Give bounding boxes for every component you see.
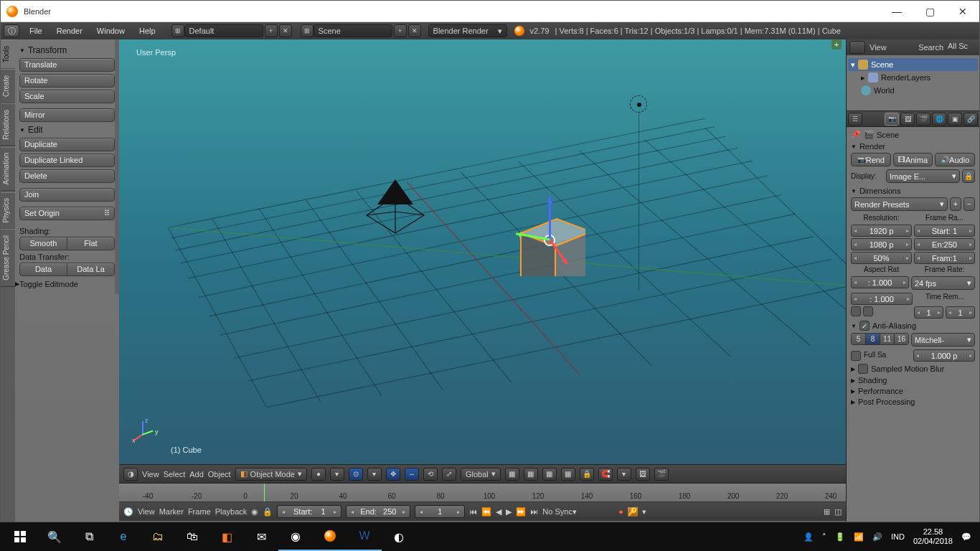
aa-size-field[interactable]: ◂1.000 p▸ xyxy=(913,349,975,362)
aa-checkbox[interactable]: ✓ xyxy=(859,321,870,331)
new-map-field[interactable]: ◂1▸ xyxy=(946,306,975,319)
aspect-x-field[interactable]: ◂: 1.000▸ xyxy=(851,276,909,288)
scale-button[interactable]: Scale xyxy=(19,90,115,103)
del-screen-button[interactable]: ✕ xyxy=(279,24,292,37)
scene-field[interactable]: Scene xyxy=(314,24,392,37)
duplicate-linked-button[interactable]: Duplicate Linked xyxy=(19,154,115,167)
panel-render[interactable]: Render xyxy=(851,142,975,151)
editor-type-icon[interactable]: ◑ xyxy=(123,468,138,481)
delete-button[interactable]: Delete xyxy=(19,169,115,183)
display-dropdown[interactable]: Image E...▾ xyxy=(886,169,960,183)
tray-up-icon[interactable]: ˄ xyxy=(822,532,826,542)
orientation-dropdown[interactable]: Global▾ xyxy=(461,468,501,481)
timeline-ruler[interactable]: -40-200204060801001201401601802002202402… xyxy=(119,484,846,502)
tab-physics[interactable]: Physics xyxy=(1,192,15,229)
edge-icon[interactable]: e xyxy=(106,522,141,551)
menu-help[interactable]: Help xyxy=(132,27,163,35)
playhead[interactable] xyxy=(264,484,265,501)
render-button[interactable]: 📷Rend xyxy=(851,153,891,166)
explorer-icon[interactable]: 🗂 xyxy=(141,522,175,551)
rotate-button[interactable]: Rotate xyxy=(19,74,115,88)
end-frame-field[interactable]: ◂End: 250▸ xyxy=(346,505,410,518)
play-icon[interactable]: ▶ xyxy=(506,507,512,517)
tl-view[interactable]: View xyxy=(138,507,155,516)
panel-edit[interactable]: Edit xyxy=(19,125,115,135)
tl-rec1[interactable]: ◉ xyxy=(251,507,258,517)
object-menu[interactable]: Object xyxy=(208,470,231,479)
menu-file[interactable]: File xyxy=(22,27,50,35)
mode-dropdown[interactable]: ◧Object Mode▾ xyxy=(235,468,307,481)
aa-filter-dropdown[interactable]: Mitchell-▾ xyxy=(911,333,975,347)
lock-interface-icon[interactable]: 🔒 xyxy=(962,169,975,183)
chrome-icon[interactable]: ◉ xyxy=(278,522,313,551)
blender-taskbar-icon[interactable] xyxy=(313,522,347,551)
panel-dimensions[interactable]: Dimensions xyxy=(851,187,975,195)
frame-start-field[interactable]: ◂Start: 1▸ xyxy=(914,225,975,237)
timeline-editor-icon[interactable]: 🕓 xyxy=(123,507,133,517)
aa-samples-segment[interactable]: 581116 xyxy=(851,333,909,345)
panel-transform[interactable]: Transform xyxy=(19,45,115,55)
add-scene-button[interactable]: + xyxy=(394,24,407,37)
view-menu[interactable]: View xyxy=(142,470,159,479)
search-icon[interactable]: 🔍 xyxy=(37,522,72,551)
menu-render[interactable]: Render xyxy=(50,27,90,35)
animation-button[interactable]: 🎞Anima xyxy=(893,153,933,166)
render-anim-icon[interactable]: 🎬 xyxy=(654,468,669,481)
manip-translate-icon[interactable]: ↔ xyxy=(405,468,419,481)
snap-icon[interactable]: 🧲 xyxy=(598,468,613,481)
render-preview-icon[interactable]: 🖼 xyxy=(636,468,650,481)
panel-toggle-editmode[interactable]: ▶ Toggle Editmode xyxy=(15,279,115,288)
transform-gizmo[interactable] xyxy=(544,235,555,246)
shading-solid-icon[interactable]: ● xyxy=(311,468,326,481)
minimize-button[interactable]: — xyxy=(880,1,913,22)
tab-tools[interactable]: Tools xyxy=(1,39,15,69)
menu-window[interactable]: Window xyxy=(90,27,132,35)
add-screen-button[interactable]: + xyxy=(265,24,278,37)
scene-browse-icon[interactable]: ⊞ xyxy=(301,24,314,37)
shading-more-icon[interactable]: ▾ xyxy=(330,468,344,481)
old-map-field[interactable]: ◂1▸ xyxy=(914,306,943,319)
tab-animation[interactable]: Animation xyxy=(1,146,15,191)
add-menu[interactable]: Add xyxy=(189,470,204,479)
render-engine-dropdown[interactable]: Blender Render▾ xyxy=(428,24,507,37)
fps-dropdown[interactable]: 24 fps▾ xyxy=(911,276,975,290)
ctx-object-tab[interactable]: ▣ xyxy=(948,113,962,126)
fullsample-checkbox[interactable] xyxy=(851,351,861,361)
jump-start-icon[interactable]: ⏮ xyxy=(469,507,477,516)
store-icon[interactable]: 🛍 xyxy=(175,522,209,551)
layers-2[interactable]: ▦ xyxy=(524,468,538,481)
xampp-icon[interactable]: ◧ xyxy=(209,522,244,551)
res-pct-field[interactable]: ◂50%▸ xyxy=(851,252,912,264)
tab-grease-pencil[interactable]: Grease Pencil xyxy=(1,229,15,287)
res-x-field[interactable]: ◂1920 p▸ xyxy=(851,225,912,237)
panel-shading[interactable]: Shading xyxy=(851,376,975,385)
close-button[interactable]: ✕ xyxy=(946,1,979,22)
jump-end-icon[interactable]: ⏭ xyxy=(530,507,538,516)
data-transfer-buttons[interactable]: DataData La xyxy=(19,263,115,276)
frame-end-field[interactable]: ◂En:250▸ xyxy=(914,238,975,250)
maximize-button[interactable]: ▢ xyxy=(913,1,946,22)
smb-checkbox[interactable] xyxy=(858,364,868,374)
preset-del-button[interactable]: − xyxy=(963,197,975,211)
pivot-icon[interactable]: ⊙ xyxy=(349,468,363,481)
pin-icon[interactable]: 📌 xyxy=(851,130,861,139)
layers-3[interactable]: ▦ xyxy=(542,468,557,481)
screen-layout-field[interactable]: Default xyxy=(184,24,263,37)
keying-more-icon[interactable]: ▾ xyxy=(642,507,646,517)
outliner-filter-dropdown[interactable]: All Sc xyxy=(948,42,976,53)
keyframe-next-icon[interactable]: ⏩ xyxy=(516,507,526,517)
info-editor-icon[interactable]: ⓘ xyxy=(4,24,19,37)
tree-renderlayers[interactable]: ▸RenderLayers xyxy=(848,71,978,84)
frame-step-field[interactable]: ◂Fram:1▸ xyxy=(914,252,975,264)
current-frame-field[interactable]: ◂1▸ xyxy=(415,505,465,518)
ctx-constraints-tab[interactable]: 🔗 xyxy=(963,113,978,126)
outliner-view[interactable]: View xyxy=(870,43,887,52)
volume-icon[interactable]: 🔊 xyxy=(872,532,882,542)
screen-browse-icon[interactable]: ⊞ xyxy=(171,24,184,37)
del-scene-button[interactable]: ✕ xyxy=(408,24,421,37)
ctx-scene-tab[interactable]: 🎬 xyxy=(916,113,930,126)
tl-marker[interactable]: Marker xyxy=(159,507,184,516)
tl-extra-2[interactable]: ◫ xyxy=(834,507,842,517)
translate-button[interactable]: Translate xyxy=(19,58,115,72)
shading-buttons[interactable]: SmoothFlat xyxy=(19,237,115,250)
